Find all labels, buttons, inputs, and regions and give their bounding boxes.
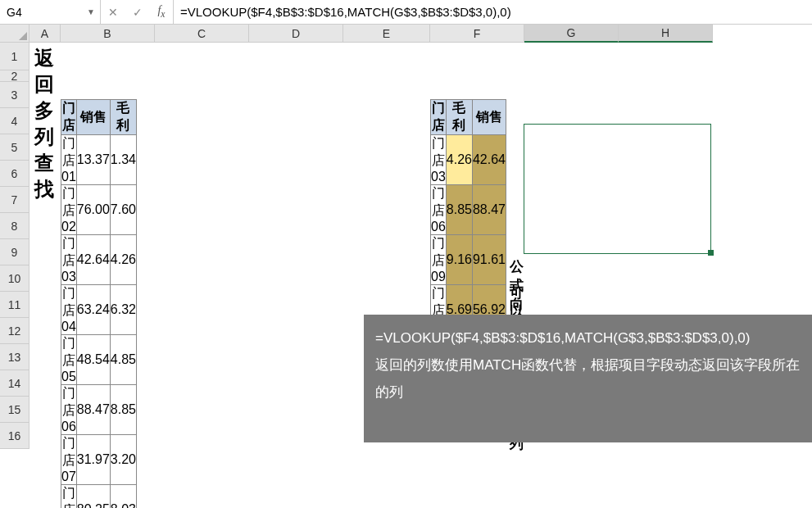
table-row: 门店0113.371.34	[61, 135, 137, 185]
selection-outline	[524, 124, 711, 254]
fill-handle[interactable]	[708, 250, 714, 256]
name-box-dropdown-icon[interactable]: ▼	[87, 7, 95, 16]
col-header-B[interactable]: B	[61, 25, 155, 43]
row-header-7[interactable]: 7	[0, 187, 29, 213]
table-header-row: 门店 毛利 销售	[431, 100, 506, 135]
th-sales[interactable]: 销售	[472, 100, 506, 135]
row-header-8[interactable]: 8	[0, 213, 29, 239]
th-profit[interactable]: 毛利	[110, 100, 136, 135]
row-header-13[interactable]: 13	[0, 344, 29, 370]
row-header-6[interactable]: 6	[0, 161, 29, 187]
name-box-value: G4	[7, 6, 22, 19]
column-headers: A B C D E F G H	[29, 25, 713, 43]
explanation-desc: 返回的列数使用MATCH函数代替，根据项目字段动态返回该字段所在的列	[375, 352, 805, 406]
table-row: 门店068.8588.47	[431, 185, 506, 235]
col-header-F[interactable]: F	[430, 25, 524, 43]
row-header-5[interactable]: 5	[0, 134, 29, 161]
row-header-4[interactable]: 4	[0, 108, 29, 134]
th-sales[interactable]: 销售	[76, 100, 110, 135]
row-header-16[interactable]: 16	[0, 423, 29, 449]
row-header-15[interactable]: 15	[0, 397, 29, 423]
th-store[interactable]: 门店	[61, 100, 77, 135]
name-box[interactable]: G4 ▼	[0, 0, 101, 24]
table-row: 门店0276.007.60	[61, 185, 137, 235]
select-all-triangle[interactable]	[0, 25, 29, 43]
formula-bar: G4 ▼ ✕ ✓ fx =VLOOKUP($F4,$B$3:$D$16,MATC…	[0, 0, 812, 25]
table-row: 门店099.1691.61	[431, 235, 506, 285]
table-row: 门店0548.544.85	[61, 335, 137, 385]
row-header-1[interactable]: 1	[0, 43, 29, 70]
row-header-3[interactable]: 3	[0, 82, 29, 108]
th-profit[interactable]: 毛利	[446, 100, 472, 135]
row-header-12[interactable]: 12	[0, 318, 29, 344]
formula-input[interactable]: =VLOOKUP($F4,$B$3:$D$16,MATCH(G$3,$B$3:$…	[174, 5, 812, 19]
col-header-H[interactable]: H	[619, 25, 713, 43]
col-header-G[interactable]: G	[524, 25, 619, 43]
table-header-row: 门店 销售 毛利	[61, 100, 137, 135]
row-header-11[interactable]: 11	[0, 292, 29, 318]
col-header-E[interactable]: E	[343, 25, 430, 43]
enter-icon[interactable]: ✓	[125, 6, 150, 19]
fx-icon[interactable]: fx	[150, 4, 173, 20]
row-header-14[interactable]: 14	[0, 370, 29, 397]
cancel-icon[interactable]: ✕	[101, 6, 125, 19]
col-header-C[interactable]: C	[155, 25, 249, 43]
row-header-9[interactable]: 9	[0, 239, 29, 265]
table-row: 门店0342.644.26	[61, 235, 137, 285]
table-row: 门店0731.973.20	[61, 435, 137, 485]
th-store[interactable]: 门店	[431, 100, 447, 135]
col-header-D[interactable]: D	[249, 25, 343, 43]
table-row: 门店034.2642.64	[431, 135, 506, 185]
row-header-10[interactable]: 10	[0, 265, 29, 292]
source-table: 门店 销售 毛利 门店0113.371.34 门店0276.007.60 门店0…	[61, 99, 137, 508]
active-cell[interactable]: 4.26	[446, 135, 472, 185]
table-row: 门店0463.246.32	[61, 285, 137, 335]
col-header-A[interactable]: A	[29, 25, 61, 43]
explanation-formula: =VLOOKUP($F4,$B$3:$D$16,MATCH(G$3,$B$3:$…	[375, 324, 805, 352]
row-headers: 1 2 3 4 5 6 7 8 9 10 11 12 13 14 15 16	[0, 43, 29, 449]
formula-bar-buttons: ✕ ✓ fx	[101, 0, 174, 24]
explanation-box: =VLOOKUP($F4,$B$3:$D$16,MATCH(G$3,$B$3:$…	[364, 315, 812, 442]
table-row: 门店0880.258.03	[61, 485, 137, 509]
table-row: 门店0688.478.85	[61, 385, 137, 435]
row-header-2[interactable]: 2	[0, 70, 29, 82]
page-title: 返回多列查找	[34, 45, 54, 202]
